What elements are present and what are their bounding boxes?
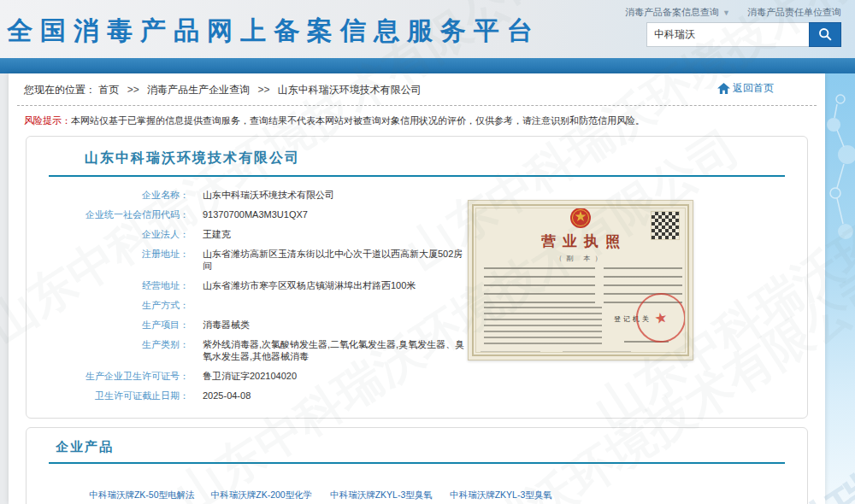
field-label: 卫生许可证截止日期： (27, 390, 189, 401)
chevron-down-icon: ▼ (722, 9, 730, 17)
product-link-zk200[interactable]: 中科瑞沃牌ZK-200型化学法二氧化氯发生器 (208, 488, 315, 504)
company-info-panel: 山东中科瑞沃环境技术有限公司 企业名称： 山东中科瑞沃环境技术有限公司 企业统一… (26, 136, 808, 419)
molecule-pattern-background (825, 73, 855, 504)
breadcrumb-item-home[interactable]: 首页 (98, 84, 119, 96)
license-text-lines (484, 307, 602, 346)
top-nav: 消毒产品备案信息查询 ▼ 消毒产品责任单位查询 (625, 6, 841, 19)
breadcrumb-item-company: 山东中科瑞沃环境技术有限公司 (278, 84, 422, 96)
risk-notice: 风险提示：本网站仅基于已掌握的信息提供查询服务，查询结果不代表本网站对被查询对象… (9, 106, 825, 132)
license-footer-line (481, 351, 540, 354)
field-value: 王建克 (203, 228, 231, 240)
page-header: 全国消毒产品网上备案信息服务平台 消毒产品备案信息查询 ▼ 消毒产品责任单位查询 (0, 0, 855, 58)
license-date-line (624, 341, 669, 344)
blue-divider-bar (0, 58, 855, 73)
license-footer-line (563, 351, 631, 354)
breadcrumb-prefix: 您现在的位置： (24, 84, 96, 96)
product-link-zkyl3-uv[interactable]: 中科瑞沃牌ZKYL-3型臭氧紫外线消毒器 (447, 488, 555, 504)
products-title: 企业产品 (27, 428, 807, 462)
risk-notice-text: 本网站仅基于已掌握的信息提供查询服务，查询结果不代表本网站对被查询对象信用状况的… (71, 115, 645, 126)
field-value: 山东省潍坊高新区玉清东街以北中心次干道以西高新大厦502房间 (203, 248, 472, 272)
field-row-company-name: 企业名称： 山东中科瑞沃环境技术有限公司 (27, 189, 807, 201)
company-title: 山东中科瑞沃环境技术有限公司 (27, 137, 807, 175)
field-label: 生产项目： (27, 319, 189, 331)
search-button[interactable] (809, 22, 841, 47)
field-label: 生产类别： (27, 338, 189, 362)
products-panel: 企业产品 中科瑞沃牌ZK-50型电解法次氯酸钠发生器 中科瑞沃牌ZK-200型化… (26, 427, 808, 504)
field-label: 生产企业卫生许可证号： (27, 370, 189, 382)
license-title: 营业执照 (469, 231, 693, 251)
breadcrumb-item-company-query[interactable]: 消毒产品生产企业查询 (147, 84, 250, 96)
product-link-zkyl3-ozone[interactable]: 中科瑞沃牌ZKYL-3型臭氧发生器 (327, 488, 435, 504)
field-value: 91370700MA3M3U1QX7 (203, 208, 308, 220)
license-text-lines (484, 267, 595, 303)
field-value: 山东省潍坊市寒亭区双杨店镇湖淋埠出村路西100米 (203, 279, 416, 291)
field-value: 鲁卫消证字202104020 (203, 370, 297, 382)
search-icon (818, 27, 833, 42)
search-input[interactable] (646, 22, 809, 47)
field-row-license-expiry-date: 卫生许可证截止日期： 2025-04-08 (27, 390, 807, 401)
field-label: 生产方式： (27, 299, 189, 311)
field-row-hygiene-license-no: 生产企业卫生许可证号： 鲁卫消证字202104020 (27, 370, 807, 382)
back-home-link[interactable]: 返回首页 (717, 81, 774, 96)
molecule-icon (825, 73, 855, 330)
license-subtitle: （副 本） (469, 254, 693, 263)
field-label: 注册地址： (27, 248, 189, 272)
search-bar (646, 22, 841, 47)
nav-link-responsible-unit-query[interactable]: 消毒产品责任单位查询 (747, 6, 841, 19)
license-seal: ★ (632, 289, 691, 348)
field-value: 紫外线消毒器,次氯酸钠发生器,二氧化氯发生器,臭氧发生器、臭氧水发生器,其他器械… (203, 338, 472, 362)
risk-notice-prefix: 风险提示： (24, 115, 71, 126)
breadcrumb: 您现在的位置： 首页 >> 消毒产品生产企业查询 >> 山东中科瑞沃环境技术有限… (9, 73, 825, 105)
home-icon (717, 83, 730, 94)
app-title: 全国消毒产品网上备案信息服务平台 (7, 14, 540, 49)
field-label: 经营地址： (27, 279, 189, 291)
back-home-label: 返回首页 (733, 81, 774, 96)
section-divider (49, 175, 785, 177)
nav-link-filing-info-query[interactable]: 消毒产品备案信息查询 ▼ (625, 6, 730, 19)
main-content: 您现在的位置： 首页 >> 消毒产品生产企业查询 >> 山东中科瑞沃环境技术有限… (9, 73, 825, 504)
field-label: 企业法人： (27, 228, 189, 240)
field-label: 企业名称： (27, 189, 189, 201)
breadcrumb-separator: >> (127, 84, 139, 96)
business-license-image: 营业执照 （副 本） 登记机关 ★ (468, 200, 693, 360)
field-value: 2025-04-08 (203, 390, 251, 401)
license-text-lines (604, 267, 682, 303)
license-qr-code (652, 212, 679, 239)
field-label: 企业统一社会信用代码： (27, 208, 189, 220)
product-link-zk50[interactable]: 中科瑞沃牌ZK-50型电解法次氯酸钠发生器 (88, 488, 196, 504)
section-divider (49, 462, 785, 464)
product-list: 中科瑞沃牌ZK-50型电解法次氯酸钠发生器 中科瑞沃牌ZK-200型化学法二氧化… (27, 476, 807, 504)
license-issuer-label: 登记机关 (614, 314, 652, 324)
breadcrumb-separator: >> (257, 84, 269, 96)
national-emblem-icon (569, 207, 592, 229)
field-value: 消毒器械类 (203, 319, 250, 331)
field-value: 山东中科瑞沃环境技术有限公司 (203, 189, 334, 201)
